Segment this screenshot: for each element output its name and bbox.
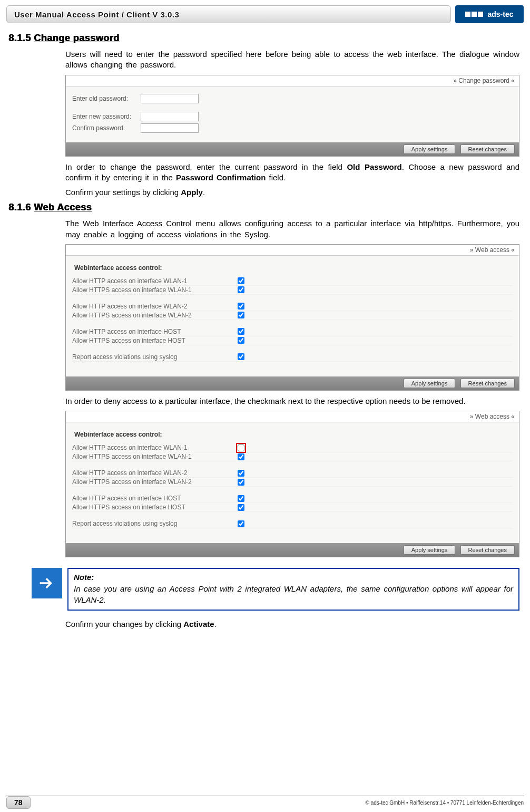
http-wlan2-checkbox[interactable] — [238, 303, 244, 310]
checkbox-label: Allow HTTP access on interface WLAN-1 — [72, 444, 235, 451]
section-heading-change-password: 8.1.5 Change password — [8, 33, 524, 44]
doc-header-title: User Manual Access Point / Client V 3.0.… — [6, 5, 451, 23]
syslog-report-checkbox[interactable] — [238, 520, 244, 527]
section-heading-web-access: 8.1.6 Web Access — [8, 202, 524, 213]
note-arrow-icon — [32, 568, 62, 598]
https-wlan1-checkbox[interactable] — [238, 286, 244, 293]
http-wlan2-checkbox[interactable] — [238, 470, 244, 477]
reset-changes-button[interactable]: Reset changes — [460, 144, 515, 154]
reset-changes-button[interactable]: Reset changes — [460, 379, 515, 388]
paragraph: Confirm your settings by clicking Apply. — [65, 187, 519, 198]
new-password-input[interactable] — [141, 112, 199, 121]
https-wlan1-checkbox[interactable] — [238, 453, 244, 460]
panel-subheading: Webinterface access control: — [72, 261, 513, 277]
section-title: Change password — [34, 33, 120, 43]
checkbox-label: Allow HTTPS access on interface WLAN-1 — [72, 453, 235, 460]
brand-logo-text: ads-tec — [487, 10, 513, 18]
brand-logo: ads-tec — [455, 5, 524, 23]
section-number: 8.1.6 — [8, 202, 31, 212]
panel-breadcrumb: » Web access « — [66, 245, 519, 256]
panel-subheading: Webinterface access control: — [72, 428, 513, 443]
note-box: Note: In case you are using an Access Po… — [67, 568, 519, 611]
checkbox-label: Allow HTTPS access on interface WLAN-2 — [72, 478, 235, 486]
checkbox-label: Allow HTTP access on interface WLAN-2 — [72, 469, 235, 477]
note-title: Note: — [74, 572, 513, 583]
checkbox-label: Allow HTTP access on interface HOST — [72, 495, 235, 502]
old-password-input[interactable] — [141, 94, 199, 103]
http-wlan1-checkbox-unchecked[interactable] — [238, 444, 244, 451]
web-access-panel: » Web access « Webinterface access contr… — [65, 244, 519, 391]
paragraph: In order to change the password, enter t… — [65, 162, 519, 183]
paragraph: In order to deny access to a particular … — [65, 396, 519, 407]
checkbox-label: Allow HTTPS access on interface HOST — [72, 337, 235, 344]
paragraph: Users will need to enter the password sp… — [65, 49, 519, 71]
apply-settings-button[interactable]: Apply settings — [404, 144, 455, 154]
change-password-panel: » Change password « Enter old password: … — [65, 75, 519, 157]
syslog-report-checkbox[interactable] — [238, 353, 244, 360]
label-confirm-password: Confirm password: — [72, 124, 141, 132]
panel-breadcrumb: » Change password « — [66, 75, 519, 86]
checkbox-label: Allow HTTP access on interface HOST — [72, 328, 235, 335]
https-wlan2-checkbox[interactable] — [238, 312, 244, 318]
checkbox-label: Report access violations using syslog — [72, 520, 235, 527]
checkbox-label: Allow HTTP access on interface WLAN-2 — [72, 303, 235, 310]
confirm-password-input[interactable] — [141, 123, 199, 133]
apply-settings-button[interactable]: Apply settings — [404, 379, 455, 388]
https-wlan2-checkbox[interactable] — [238, 479, 244, 486]
section-title: Web Access — [34, 202, 92, 212]
label-old-password: Enter old password: — [72, 95, 141, 102]
apply-settings-button[interactable]: Apply settings — [404, 545, 455, 555]
https-host-checkbox[interactable] — [238, 337, 244, 344]
reset-changes-button[interactable]: Reset changes — [460, 545, 515, 555]
checkbox-label: Allow HTTPS access on interface WLAN-1 — [72, 286, 235, 294]
panel-breadcrumb: » Web access « — [66, 411, 519, 422]
paragraph: Confirm your changes by clicking Activat… — [65, 619, 519, 630]
http-host-checkbox[interactable] — [238, 495, 244, 502]
checkbox-label: Allow HTTPS access on interface HOST — [72, 504, 235, 511]
paragraph: The Web Interface Access Control menu al… — [65, 218, 519, 240]
note-text: In case you are using an Access Point wi… — [74, 584, 513, 605]
footer-copyright: © ads-tec GmbH • Raiffeisenstr.14 • 7077… — [31, 800, 524, 806]
checkbox-label: Allow HTTP access on interface WLAN-1 — [72, 277, 235, 285]
page-number: 78 — [6, 796, 31, 809]
checkbox-label: Report access violations using syslog — [72, 353, 235, 361]
section-number: 8.1.5 — [8, 33, 31, 43]
http-wlan1-checkbox[interactable] — [238, 277, 244, 284]
http-host-checkbox[interactable] — [238, 328, 244, 335]
checkbox-label: Allow HTTPS access on interface WLAN-2 — [72, 312, 235, 319]
https-host-checkbox[interactable] — [238, 504, 244, 511]
label-new-password: Enter new password: — [72, 113, 141, 120]
web-access-panel-example: » Web access « Webinterface access contr… — [65, 411, 519, 557]
